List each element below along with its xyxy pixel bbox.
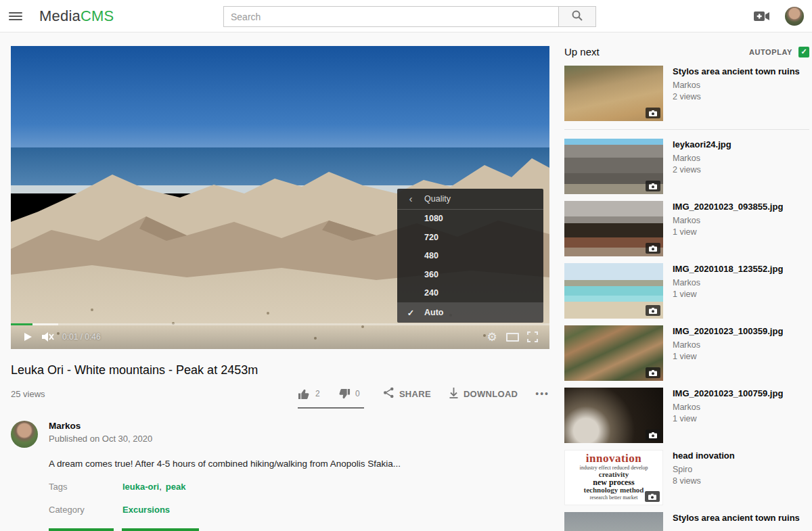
item-title: IMG_20201023_093855.jpg [673, 202, 783, 212]
item-author: Markos [673, 278, 783, 287]
item-author: Markos [673, 402, 783, 412]
tags-row: Tags leuka-ori,peak [49, 482, 549, 492]
sidebar-header: Up next AUTOPLAY ✓ [564, 46, 809, 57]
page-content: ‹ Quality 1080 720 480 360 240 ✓ Auto [0, 32, 812, 531]
dislike-button[interactable]: 0 [338, 388, 360, 400]
item-views: 2 views [673, 92, 800, 101]
check-icon: ✓ [397, 308, 424, 318]
more-options-icon[interactable]: ••• [535, 388, 549, 399]
item-author: Markos [673, 154, 731, 163]
action-bar: 2 0 SHARE DOWNLO [298, 387, 549, 400]
camera-icon [645, 491, 660, 502]
download-icon [449, 387, 459, 400]
up-next-item[interactable]: IMG_20201018_123552.jpg Markos 1 view [564, 263, 809, 319]
like-button[interactable]: 2 [298, 388, 320, 400]
quality-option-360[interactable]: 360 [397, 265, 543, 284]
item-title: Stylos area ancient town ruins [673, 66, 800, 76]
quality-menu: ‹ Quality 1080 720 480 360 240 ✓ Auto [397, 189, 543, 323]
autoplay-checkbox[interactable]: ✓ [798, 47, 809, 57]
item-thumbnail[interactable] [564, 139, 663, 194]
item-author: Markos [673, 80, 800, 90]
tags-label: Tags [49, 482, 122, 492]
category-label: Category [49, 505, 122, 515]
item-views: 1 view [673, 290, 783, 299]
up-next-item[interactable]: innovation industry effect reduced devel… [564, 450, 809, 505]
dislike-count: 0 [355, 389, 360, 398]
logo-part1: Media [39, 7, 81, 24]
up-next-item[interactable]: leykaori24.jpg Markos 2 views [564, 139, 809, 194]
download-button[interactable]: DOWNLOAD [449, 387, 518, 400]
item-thumbnail[interactable] [564, 263, 663, 319]
progress-bar[interactable] [11, 323, 549, 325]
author-name[interactable]: Markos [49, 421, 152, 431]
item-author: Markos [673, 216, 783, 225]
quality-menu-title: Quality [424, 194, 451, 204]
edit-media-button[interactable]: EDIT MEDIA [49, 528, 114, 531]
quality-option-480[interactable]: 480 [397, 247, 543, 266]
camera-icon [646, 430, 660, 440]
up-next-item[interactable]: IMG_20201023_093855.jpg Markos 1 view [564, 201, 809, 256]
item-views: 1 view [673, 352, 783, 361]
item-author: Markos [673, 340, 783, 350]
camera-icon [646, 243, 660, 254]
up-next-item[interactable]: IMG_20201023_100359.jpg Markos 1 view [564, 325, 809, 381]
like-count: 2 [315, 389, 320, 398]
item-views: 1 view [673, 227, 783, 237]
theater-mode-icon[interactable] [502, 327, 522, 346]
share-button[interactable]: SHARE [383, 387, 431, 400]
sidebar-divider [564, 129, 809, 130]
search-input[interactable] [223, 6, 558, 27]
settings-gear-icon[interactable]: ⚙ [482, 327, 502, 346]
mute-icon[interactable] [38, 327, 58, 346]
back-icon: ‹ [397, 193, 424, 204]
item-views: 8 views [673, 476, 735, 486]
item-title: leykaori24.jpg [673, 139, 731, 149]
quality-option-auto[interactable]: ✓ Auto [397, 302, 543, 323]
published-date: Published on Oct 30, 2020 [49, 434, 152, 444]
item-views: 2 views [673, 165, 731, 175]
video-player[interactable]: ‹ Quality 1080 720 480 360 240 ✓ Auto [11, 46, 549, 349]
player-controls: 0:01 / 0:46 ⚙ [11, 323, 549, 349]
item-thumbnail[interactable] [564, 512, 663, 531]
quality-option-1080[interactable]: 1080 [397, 210, 543, 229]
fullscreen-icon[interactable] [522, 327, 543, 346]
media-description: A dream comes true! After 4-5 hours of c… [49, 459, 549, 469]
media-title: Leuka Ori - White mountains - Peak at 24… [11, 363, 549, 377]
upload-video-icon[interactable] [754, 11, 770, 22]
up-next-item[interactable]: Stylos area ancient town ruins [564, 512, 809, 531]
delete-media-button[interactable]: DELETE MEDIA [122, 528, 200, 531]
logo[interactable]: MediaCMS [39, 7, 114, 25]
meta-row: 25 views 2 0 SHARE [11, 387, 549, 400]
camera-icon [646, 181, 660, 191]
search-bar [223, 6, 596, 27]
item-title: head inovation [673, 451, 735, 461]
autoplay-control: AUTOPLAY ✓ [749, 47, 809, 57]
item-thumbnail[interactable] [564, 325, 663, 381]
item-title: IMG_20201023_100359.jpg [673, 326, 783, 336]
author-avatar[interactable] [11, 421, 38, 448]
quality-option-240[interactable]: 240 [397, 284, 543, 303]
header-actions [754, 0, 804, 32]
search-button[interactable] [558, 6, 596, 27]
item-title: IMG_20201018_123552.jpg [673, 264, 783, 274]
rating-group: 2 0 [298, 388, 365, 400]
tag-link-leuka-ori[interactable]: leuka-ori [122, 482, 159, 492]
quality-option-720[interactable]: 720 [397, 228, 543, 247]
menu-icon[interactable] [0, 0, 31, 32]
up-next-sidebar: Up next AUTOPLAY ✓ Stylos area ancient t… [564, 46, 809, 531]
up-next-item[interactable]: Stylos area ancient town ruins Markos 2 … [564, 66, 809, 121]
item-thumbnail[interactable] [564, 66, 663, 121]
item-thumbnail[interactable] [564, 201, 663, 256]
logo-part2: CMS [81, 7, 114, 24]
tag-link-peak[interactable]: peak [166, 482, 186, 492]
camera-icon [646, 367, 660, 378]
play-button[interactable] [18, 327, 38, 346]
user-avatar[interactable] [785, 7, 804, 26]
item-thumbnail[interactable] [564, 388, 663, 443]
up-next-item[interactable]: IMG_20201023_100759.jpg Markos 1 view [564, 388, 809, 443]
item-thumbnail[interactable]: innovation industry effect reduced devel… [564, 450, 663, 505]
autoplay-label: AUTOPLAY [749, 48, 792, 56]
quality-menu-header[interactable]: ‹ Quality [397, 189, 543, 210]
category-link[interactable]: Excursions [122, 505, 170, 515]
top-bar: MediaCMS [0, 0, 812, 32]
